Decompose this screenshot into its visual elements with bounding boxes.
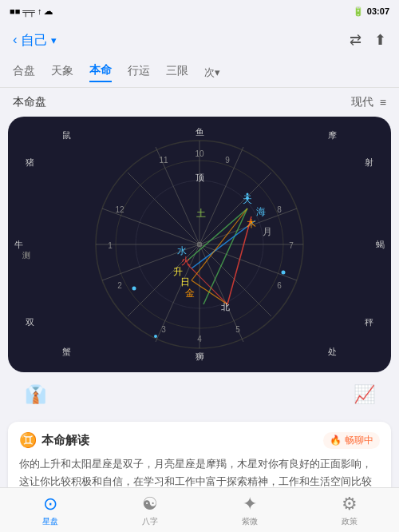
time-display: 03:07 xyxy=(367,6,389,16)
chart-actions: 👔 📈 xyxy=(0,372,399,417)
wardrobe-button[interactable]: 👔 xyxy=(19,379,51,411)
dropdown-icon: ▾ xyxy=(51,34,57,46)
zodiac-niu: 牛 xyxy=(14,239,23,251)
svg-line-11 xyxy=(128,173,200,244)
wardrobe-icon: 👔 xyxy=(25,384,46,405)
zodiac-mo: 摩 xyxy=(328,129,337,141)
nav-zhengce[interactable]: ⚙ 政策 xyxy=(342,494,358,527)
chat-label: 畅聊中 xyxy=(345,434,373,447)
stats-icon: 📈 xyxy=(354,384,375,405)
back-chevron-icon: ‹ xyxy=(13,32,18,48)
filter-icon[interactable]: ≡ xyxy=(380,96,386,109)
svg-text:3: 3 xyxy=(161,325,166,334)
wifi-icon: ╤╤ xyxy=(22,6,35,16)
chart-container: 鱼 摩 射 蝎 秤 处 狮 蟹 双 牛 猪 鼠 xyxy=(8,117,391,372)
svg-text:金: 金 xyxy=(185,288,195,299)
back-button[interactable]: ‹ 自己 ▾ xyxy=(13,31,57,50)
zodiac-shuang: 双 xyxy=(26,316,34,328)
fire-icon: 🔥 xyxy=(330,435,342,446)
zodiac-xie2: 蟹 xyxy=(62,346,71,358)
zodiac-cheng: 秤 xyxy=(365,316,373,328)
tab-heban[interactable]: 合盘 xyxy=(13,64,35,81)
chart-svg: 10 9 8 7 6 5 4 3 2 1 12 11 顶 天 海 木 月 土 水… xyxy=(88,133,311,356)
svg-text:顶: 顶 xyxy=(196,173,204,182)
bazi-icon: ☯ xyxy=(142,494,158,514)
header-actions: ⇄ ⬆ xyxy=(350,31,386,49)
transfer-button[interactable]: ⇄ xyxy=(350,31,361,49)
upload-icon: ↑ xyxy=(38,6,42,16)
zodiac-chu: 处 xyxy=(328,346,337,358)
signal-icon: ■■ xyxy=(10,6,20,16)
tab-benming[interactable]: 本命 xyxy=(89,63,112,82)
zodiac-she: 射 xyxy=(365,157,373,169)
tab-bar: 合盘 天象 本命 行运 三限 次 ▾ xyxy=(0,58,399,88)
zodiac-fish: 鱼 xyxy=(196,126,204,138)
sub-right: 现代 ≡ xyxy=(351,95,386,109)
svg-text:木: 木 xyxy=(247,218,256,229)
reading-title: 本命解读 xyxy=(41,433,89,448)
zodiac-zhu: 猪 xyxy=(26,157,34,169)
zodiac-shu: 鼠 xyxy=(62,129,71,141)
svg-text:11: 11 xyxy=(159,156,168,165)
more-chevron-icon: ▾ xyxy=(215,66,220,78)
bottom-nav: ⊙ 星盘 ☯ 八字 ✦ 紫微 ⚙ 政策 xyxy=(0,487,399,532)
svg-text:5: 5 xyxy=(235,325,240,334)
svg-text:月: 月 xyxy=(263,226,272,237)
svg-text:7: 7 xyxy=(289,241,294,250)
svg-text:4: 4 xyxy=(197,335,202,343)
share-button[interactable]: ⬆ xyxy=(374,31,386,49)
nav-bazi[interactable]: ☯ 八字 xyxy=(142,494,158,527)
svg-text:8: 8 xyxy=(277,205,282,214)
svg-point-45 xyxy=(247,193,249,196)
status-right: 🔋 03:07 xyxy=(353,6,389,17)
svg-line-26 xyxy=(192,280,227,304)
header: ‹ 自己 ▾ ⇄ ⬆ xyxy=(0,22,399,58)
battery-icon: 🔋 xyxy=(353,6,364,17)
header-title: 自己 xyxy=(21,31,48,50)
svg-text:2: 2 xyxy=(117,281,122,290)
reading-header: ♊ 本命解读 🔥 畅聊中 xyxy=(19,431,380,449)
svg-text:10: 10 xyxy=(195,149,204,158)
stats-button[interactable]: 📈 xyxy=(348,379,380,411)
reading-title-group: ♊ 本命解读 xyxy=(19,431,89,449)
weather-icon: ☁ xyxy=(44,6,53,17)
svg-text:日: 日 xyxy=(180,276,190,288)
svg-point-41 xyxy=(246,197,249,200)
tab-xingyun[interactable]: 行运 xyxy=(128,64,150,81)
svg-line-12 xyxy=(200,147,243,244)
gemini-icon: ♊ xyxy=(19,431,37,449)
svg-text:升: 升 xyxy=(173,266,183,277)
zodiac-xie: 蝎 xyxy=(376,239,385,251)
status-bar: ■■ ╤╤ ↑ ☁ 🔋 03:07 xyxy=(0,0,399,22)
xinpan-label: 星盘 xyxy=(42,516,58,527)
mode-label: 现代 xyxy=(351,95,373,109)
chat-badge[interactable]: 🔥 畅聊中 xyxy=(323,432,380,449)
svg-point-55 xyxy=(154,335,157,338)
zodiac-shi: 狮 xyxy=(196,351,204,363)
nav-xinpan[interactable]: ⊙ 星盘 xyxy=(42,494,58,527)
svg-text:水: 水 xyxy=(177,245,187,256)
svg-text:土: 土 xyxy=(196,208,206,219)
nav-ziwei[interactable]: ✦ 紫微 xyxy=(242,494,258,527)
chart-title: 本命盘 xyxy=(13,95,46,109)
svg-line-19 xyxy=(200,244,297,280)
svg-point-53 xyxy=(132,287,136,291)
sub-header: 本命盘 现代 ≡ xyxy=(0,88,399,117)
svg-text:火: 火 xyxy=(181,256,191,267)
bazi-label: 八字 xyxy=(142,516,158,527)
svg-point-54 xyxy=(282,271,286,275)
xinpan-icon: ⊙ xyxy=(43,494,57,514)
svg-text:9: 9 xyxy=(225,156,230,165)
svg-text:1: 1 xyxy=(108,241,113,250)
svg-line-9 xyxy=(200,244,271,316)
zhengce-icon: ⚙ xyxy=(342,494,358,514)
ziwei-icon: ✦ xyxy=(243,494,257,514)
svg-text:6: 6 xyxy=(277,281,282,290)
tab-tianxiang[interactable]: 天象 xyxy=(51,64,73,81)
svg-text:北: 北 xyxy=(221,302,230,312)
tab-sanjian[interactable]: 三限 xyxy=(166,64,188,81)
zhengce-label: 政策 xyxy=(342,516,358,527)
ziwei-label: 紫微 xyxy=(242,516,258,527)
tab-more[interactable]: 次 ▾ xyxy=(204,66,220,80)
status-left: ■■ ╤╤ ↑ ☁ xyxy=(10,6,53,17)
